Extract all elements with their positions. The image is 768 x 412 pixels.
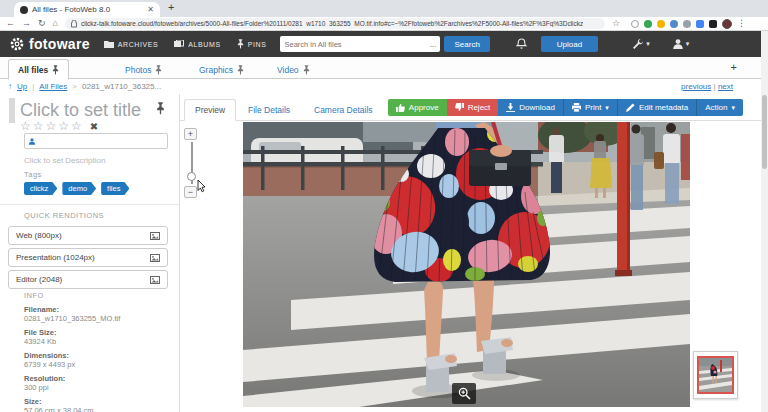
fotoware-logo-icon — [10, 37, 24, 51]
tab-video-label: Video — [277, 65, 299, 75]
previous-link[interactable]: previous — [681, 82, 711, 91]
prev-next-divider: | — [714, 82, 716, 91]
zoom-out-button[interactable]: − — [184, 186, 197, 198]
download-button[interactable]: Download — [498, 99, 563, 116]
pin-icon[interactable] — [303, 65, 310, 75]
search-button[interactable]: Search — [444, 36, 489, 52]
tag-chip[interactable]: clickz — [24, 182, 57, 195]
star-icon[interactable]: ☆ — [20, 119, 33, 133]
print-button[interactable]: Print ▾ — [563, 99, 617, 116]
browser-tab[interactable]: All files - FotoWeb 8.0 ✕ — [14, 2, 160, 17]
star-rating[interactable]: ☆☆☆☆☆ ✖ — [20, 119, 100, 133]
extension-icon[interactable] — [670, 20, 678, 28]
action-label: Action — [705, 103, 727, 112]
preview-area: + − — [180, 121, 761, 412]
tag-chip[interactable]: files — [101, 182, 129, 195]
page-scrollbar[interactable] — [761, 31, 768, 412]
extension-icon[interactable] — [644, 20, 652, 28]
forward-icon[interactable]: → — [22, 19, 31, 28]
next-link[interactable]: next — [718, 82, 733, 91]
magnifier-button[interactable] — [452, 383, 476, 404]
mouse-cursor — [197, 180, 206, 193]
photo-preview[interactable] — [243, 122, 690, 407]
tab-graphics[interactable]: Graphics — [190, 60, 253, 79]
breadcrumb-root-link[interactable]: All Files — [39, 82, 67, 91]
info-field-label: Filename: — [24, 305, 120, 314]
nav-albums-label: ALBUMS — [188, 41, 220, 48]
nav-archives[interactable]: ARCHIVES — [104, 40, 159, 48]
tab-all-files[interactable]: All files — [8, 59, 69, 80]
tab-video[interactable]: Video — [268, 60, 319, 79]
thumbs-down-icon — [455, 103, 464, 112]
tab-photos[interactable]: Photos — [116, 60, 171, 79]
browser-profile-avatar[interactable] — [722, 19, 732, 29]
pin-icon[interactable] — [156, 102, 165, 115]
bell-icon — [516, 38, 527, 50]
bookmark-icon[interactable]: ☆ — [612, 19, 620, 28]
zoom-in-button[interactable]: + — [184, 128, 197, 140]
extension-icon[interactable] — [631, 20, 639, 28]
star-icon[interactable]: ☆ — [58, 119, 71, 133]
reload-icon[interactable]: ↻ — [38, 19, 46, 28]
approve-button[interactable]: Approve — [388, 99, 447, 116]
info-field-label: Size: — [24, 397, 94, 406]
add-workspace-tab-button[interactable]: + — [731, 61, 737, 73]
caret-down-icon: ▾ — [686, 40, 690, 48]
extension-icon[interactable] — [683, 20, 691, 28]
close-tab-icon[interactable]: ✕ — [147, 5, 154, 14]
pin-icon[interactable] — [155, 65, 162, 75]
approve-label: Approve — [409, 103, 439, 112]
owner-input[interactable] — [39, 137, 164, 146]
info-filename: Filename: 0281_w1710_363255_MO.tif — [24, 305, 120, 323]
nav-pins[interactable]: PINS — [237, 39, 267, 49]
action-menu-button[interactable]: Action ▾ — [696, 99, 743, 116]
user-menu[interactable]: ▾ — [672, 38, 690, 50]
extension-icon[interactable] — [696, 20, 704, 28]
zoom-slider-track[interactable] — [191, 142, 193, 184]
sidebar-handle[interactable] — [9, 98, 15, 123]
star-icon[interactable]: ☆ — [33, 119, 46, 133]
search-input[interactable] — [284, 40, 429, 49]
app-header: fotoware ARCHIVES ALBUMS PINS ... Search… — [0, 31, 768, 57]
search-options-dots[interactable]: ... — [430, 40, 437, 49]
reject-button[interactable]: Reject — [447, 99, 499, 116]
zoom-slider-thumb[interactable] — [187, 172, 196, 181]
tab-file-details[interactable]: File Details — [238, 99, 300, 121]
info-field-value: 0281_w1710_363255_MO.tif — [24, 314, 120, 323]
nav-albums[interactable]: ALBUMS — [174, 40, 220, 48]
back-icon[interactable]: ← — [6, 19, 15, 28]
tag-chip[interactable]: demo — [62, 182, 96, 195]
pin-icon[interactable] — [237, 65, 244, 75]
tab-preview[interactable]: Preview — [184, 99, 236, 121]
browser-menu-icon[interactable]: ⋮ — [737, 19, 746, 28]
description-placeholder[interactable]: Click to set Description — [24, 156, 105, 165]
fotoware-logo[interactable]: fotoware — [0, 36, 104, 52]
edit-metadata-button[interactable]: Edit metadata — [617, 99, 696, 116]
scrollbar-thumb[interactable] — [762, 95, 767, 169]
title-placeholder[interactable]: Click to set title — [20, 100, 152, 121]
url-field[interactable]: clickz-talk.fotoware.cloud/fotoweb/archi… — [65, 18, 605, 29]
rendition-presentation-button[interactable]: Presentation (1024px) — [8, 248, 168, 267]
clear-rating-icon[interactable]: ✖ — [90, 121, 100, 132]
edit-metadata-label: Edit metadata — [639, 103, 688, 112]
extension-icon[interactable] — [657, 20, 665, 28]
rendition-editor-button[interactable]: Editor (2048) — [8, 270, 168, 289]
favicon — [20, 6, 28, 14]
notifications-bell[interactable] — [516, 38, 527, 50]
navigator-thumbnail[interactable] — [693, 351, 738, 399]
browser-address-bar: ← → ↻ ⌂ clickz-talk.fotoware.cloud/fotow… — [0, 17, 768, 31]
star-icon[interactable]: ☆ — [46, 119, 59, 133]
rendition-web-button[interactable]: Web (800px) — [8, 226, 168, 245]
street-photo — [243, 122, 690, 407]
home-icon[interactable]: ⌂ — [53, 19, 58, 28]
navigator-viewport[interactable] — [697, 356, 734, 394]
upload-button[interactable]: Upload — [541, 36, 598, 52]
new-tab-button[interactable]: + — [168, 1, 174, 13]
browser-tab-title: All files - FotoWeb 8.0 — [32, 5, 143, 14]
star-icon[interactable]: ☆ — [71, 119, 84, 133]
extension-icon[interactable] — [709, 20, 717, 28]
breadcrumb-up-link[interactable]: Up — [17, 82, 27, 91]
tab-camera-details[interactable]: Camera Details — [304, 99, 383, 121]
tools-menu[interactable]: ▾ — [632, 38, 650, 50]
pin-icon[interactable] — [52, 65, 59, 75]
